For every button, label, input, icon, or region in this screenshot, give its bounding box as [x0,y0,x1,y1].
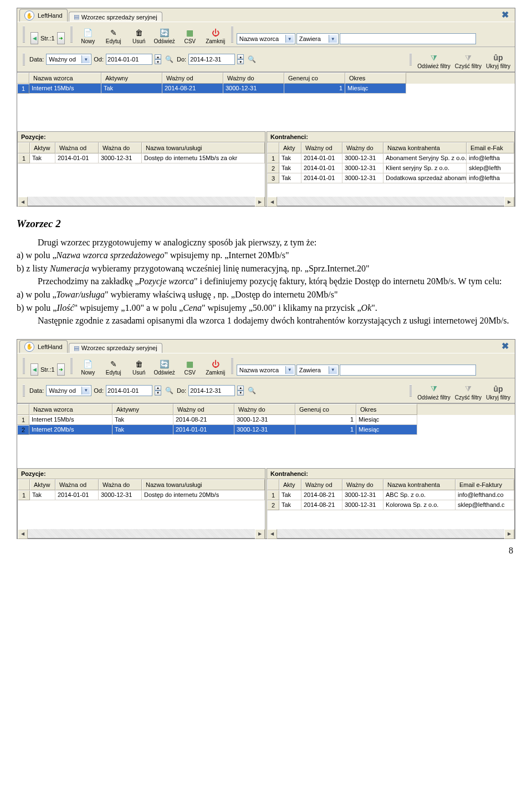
grip-icon [70,357,73,374]
tab-lefthand[interactable]: ✋ LeftHand [19,9,68,22]
h-scrollbar[interactable]: ◀▶ [267,529,514,538]
funnel-icon: ⧩ [428,383,439,394]
col-aktywny[interactable]: Aktywny [101,73,162,84]
csv-icon: ▦ [185,358,196,370]
hide-filters-button[interactable]: ûpUkryj filtry [485,381,511,401]
filter-bar: Data: Ważny od▼ Od: 2014-01-01 ▲▼ 🔍 Do: … [17,378,515,403]
refresh-button[interactable]: 🔄Odśwież [152,24,177,44]
refresh-filters-button[interactable]: ⧩Odśwież filtry [416,49,451,69]
col-wazny-do[interactable]: Ważny do [223,73,284,84]
chevron-down-icon: ▼ [81,55,90,63]
search-icon[interactable]: 🔍 [163,385,175,396]
table-row[interactable]: 1 Internet 15Mb/s Tak 2014-08-21 3000-12… [17,84,515,94]
close-icon[interactable]: ✖ [502,341,511,351]
edit-icon: ✎ [108,27,119,38]
csv-button[interactable]: ▦CSV [178,24,202,44]
refresh-filters-button[interactable]: ⧩Odśwież filtry [416,381,451,401]
table-row[interactable]: 1 Tak 2014-01-01 3000-12-31 Dostęp do in… [18,153,265,163]
date-field-combo[interactable]: Ważny od▼ [46,54,91,65]
filter-bar: Data: Ważny od▼ Od: 2014-01-01 ▲▼ 🔍 Do: … [17,47,515,72]
edit-button[interactable]: ✎Edytuj [101,356,126,376]
chevron-down-icon: ▼ [285,366,294,374]
table-row[interactable]: 1 Tak 2014-01-01 3000-12-31 Abonament Se… [267,153,514,163]
doc-paragraph: Przechodzimy na zakładkę „Pozycje wzorca… [17,275,515,288]
tab-wzorzec[interactable]: ▤ Wzorzec sprzedaży seryjnej [69,343,162,353]
col-generuj[interactable]: Generuj co [284,73,345,84]
search-field-combo[interactable]: Nazwa wzorca▼ [237,365,295,376]
close-icon[interactable]: ✖ [502,9,511,19]
tab-wzorzec[interactable]: ▤ Wzorzec sprzedaży seryjnej [69,12,162,22]
tab-label: Wzorzec sprzedaży seryjnej [81,14,157,20]
h-scrollbar[interactable]: ◀▶ [18,197,265,206]
list-icon: ▤ [74,345,79,352]
tabbar: ✋ LeftHand ▤ Wzorzec sprzedaży seryjnej … [17,340,515,353]
h-scrollbar[interactable]: ◀▶ [18,529,265,538]
grid-header: Nazwa wzorca Aktywny Ważny od Ważny do G… [17,73,515,84]
edit-button[interactable]: ✎Edytuj [101,24,126,44]
search-input[interactable] [340,365,476,376]
grip-icon [231,26,233,43]
data-label: Data: [29,56,44,63]
up-icon: ûp [493,383,504,394]
date-to-input[interactable]: 2014-12-31 [188,54,235,65]
new-icon: 📄 [83,27,94,38]
toolbar: ◀ Str.:1 ➔ 📄Nowy ✎Edytuj 🗑Usuń 🔄Odśwież … [17,353,515,378]
page-prev-button[interactable]: ◀ [30,32,38,44]
grip-icon [23,384,25,397]
search-field-combo[interactable]: Nazwa wzorca▼ [237,33,295,44]
date-to-input[interactable]: 2014-12-31 [188,385,235,396]
date-field-combo[interactable]: Ważny od▼ [46,385,91,396]
table-row[interactable]: 1 Tak 2014-08-21 3000-12-31 ABC Sp. z o.… [267,490,514,500]
combo-value: Nazwa wzorca [238,35,285,42]
page-next-button[interactable]: ➔ [57,32,65,44]
delete-button[interactable]: 🗑Usuń [127,24,151,44]
col-okres[interactable]: Okres [345,73,406,84]
pozycje-pane: Pozycje: Aktyw Ważna od Ważna do Nazwa t… [17,131,265,206]
search-icon[interactable]: 🔍 [163,54,175,65]
search-op-combo[interactable]: Zawiera▼ [296,365,339,376]
clear-filters-button[interactable]: ⧩Czyść filtry [454,49,483,69]
close-button[interactable]: ⏻Zamknij [203,356,228,376]
search-icon[interactable]: 🔍 [246,54,257,65]
date-from-input[interactable]: 2014-01-01 [106,54,152,65]
search-op-combo[interactable]: Zawiera▼ [296,33,339,44]
hide-filters-button[interactable]: ûpUkryj filtry [485,49,511,69]
refresh-button[interactable]: 🔄Odśwież [152,356,177,376]
page-next-button[interactable]: ➔ [57,363,65,376]
doc-paragraph: b) w polu „Ilość" wpisujemy „1.00" a w p… [17,302,515,314]
search-icon[interactable]: 🔍 [246,385,257,396]
close-button[interactable]: ⏻Zamknij [203,24,228,44]
date-from-spinner[interactable]: ▲▼ [155,54,161,64]
new-button[interactable]: 📄Nowy [76,24,100,44]
h-scrollbar[interactable]: ◀▶ [267,197,514,206]
table-row[interactable]: 2 Internet 20Mb/s Tak 2014-01-01 3000-12… [17,425,515,435]
search-input[interactable] [340,33,476,44]
table-row[interactable]: 2 Tak 2014-08-21 3000-12-31 Kolorowa Sp.… [267,500,514,510]
date-to-spinner[interactable]: ▲▼ [237,386,244,396]
page-prev-button[interactable]: ◀ [30,363,38,376]
table-row[interactable]: 3 Tak 2014-01-01 3000-12-31 Dodatkowa sp… [267,173,514,183]
kontrahenci-pane: Kontrahenci: Akty Ważny od Ważny do Nazw… [267,131,515,206]
col-wazny-od[interactable]: Ważny od [162,73,223,84]
up-icon: ûp [493,52,504,63]
grip-icon [70,26,73,43]
col-rownum[interactable] [17,73,29,84]
date-from-input[interactable]: 2014-01-01 [106,385,152,396]
app-window-1: ✋ LeftHand ▤ Wzorzec sprzedaży seryjnej … [17,8,515,207]
delete-button[interactable]: 🗑Usuń [127,356,151,376]
doc-paragraph: a) w polu „Nazwa wzorca sprzedażowego" w… [17,249,515,261]
grip-icon [410,53,412,65]
date-to-spinner[interactable]: ▲▼ [237,54,244,64]
table-row[interactable]: 1 Internet 15Mb/s Tak 2014-08-21 3000-12… [17,415,515,425]
date-from-spinner[interactable]: ▲▼ [155,386,161,396]
table-row[interactable]: 2 Tak 2014-01-01 3000-12-31 Klient seryj… [267,163,514,173]
pager: ◀ Str.:1 ➔ [28,363,67,376]
delete-icon: 🗑 [134,27,145,38]
pager: ◀ Str.:1 ➔ [28,32,67,44]
new-button[interactable]: 📄Nowy [76,356,100,376]
csv-button[interactable]: ▦CSV [178,356,202,376]
clear-filters-button[interactable]: ⧩Czyść filtry [454,381,483,401]
tab-lefthand[interactable]: ✋ LeftHand [19,340,68,353]
table-row[interactable]: 1 Tak 2014-01-01 3000-12-31 Dostęp do in… [18,490,265,500]
col-nazwa[interactable]: Nazwa wzorca [29,73,101,84]
